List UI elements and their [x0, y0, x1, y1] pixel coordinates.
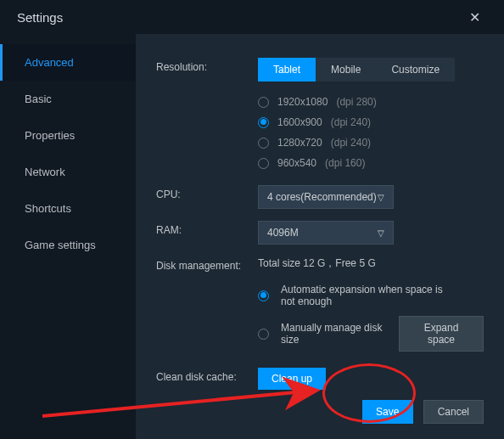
radio-icon	[258, 97, 269, 108]
resolution-options: 1920x1080(dpi 280)1600x900(dpi 240)1280x…	[258, 92, 484, 173]
resolution-dpi: (dpi 280)	[336, 96, 376, 108]
chevron-down-icon: ▽	[378, 228, 384, 238]
sidebar: AdvancedBasicPropertiesNetworkShortcutsG…	[0, 34, 136, 439]
ram-value: 4096M	[267, 227, 299, 239]
radio-icon	[258, 138, 269, 149]
resolution-value: 960x540	[277, 157, 316, 169]
radio-icon	[258, 117, 269, 128]
sidebar-item-basic[interactable]: Basic	[0, 81, 136, 117]
sidebar-item-network[interactable]: Network	[0, 154, 136, 190]
resolution-label: Resolution:	[156, 58, 258, 73]
resolution-dpi: (dpi 160)	[325, 157, 365, 169]
resolution-option[interactable]: 960x540(dpi 160)	[258, 153, 484, 173]
expand-space-button[interactable]: Expand space	[399, 316, 484, 352]
sidebar-item-advanced[interactable]: Advanced	[0, 44, 136, 81]
disk-option[interactable]: Manually manage disk sizeExpand space	[258, 312, 484, 356]
close-icon[interactable]: ✕	[462, 6, 487, 29]
resolution-tab-tablet[interactable]: Tablet	[258, 58, 316, 82]
resolution-value: 1600x900	[277, 116, 322, 128]
window-title: Settings	[17, 10, 63, 25]
resolution-option[interactable]: 1280x720(dpi 240)	[258, 132, 484, 153]
resolution-dpi: (dpi 240)	[331, 116, 371, 128]
resolution-tab-customize[interactable]: Customize	[376, 58, 455, 82]
resolution-tab-mobile[interactable]: Mobile	[316, 58, 376, 82]
resolution-option[interactable]: 1600x900(dpi 240)	[258, 112, 484, 132]
sidebar-item-properties[interactable]: Properties	[0, 117, 136, 154]
sidebar-item-shortcuts[interactable]: Shortcuts	[0, 190, 136, 227]
radio-icon	[258, 290, 269, 301]
disk-status: Total size 12 G，Free 5 G	[258, 256, 484, 271]
cancel-button[interactable]: Cancel	[423, 400, 484, 424]
cpu-select[interactable]: 4 cores(Recommended) ▽	[258, 185, 394, 209]
resolution-tabs: TabletMobileCustomize	[258, 58, 484, 82]
disk-option-label: Manually manage disk size	[281, 322, 387, 346]
resolution-value: 1920x1080	[277, 96, 328, 108]
resolution-option[interactable]: 1920x1080(dpi 280)	[258, 92, 484, 112]
clean-up-button[interactable]: Clean up	[258, 368, 326, 390]
disk-options: Automatic expansion when space is not en…	[258, 279, 484, 356]
radio-icon	[258, 329, 269, 340]
disk-option-label: Automatic expansion when space is not en…	[281, 284, 459, 307]
chevron-down-icon: ▽	[378, 193, 384, 202]
ram-select[interactable]: 4096M ▽	[258, 221, 394, 245]
footer-buttons: Save Cancel	[362, 400, 484, 424]
save-button[interactable]: Save	[362, 400, 413, 424]
radio-icon	[258, 158, 269, 169]
main-panel: Resolution: TabletMobileCustomize 1920x1…	[136, 34, 504, 439]
disk-option[interactable]: Automatic expansion when space is not en…	[258, 279, 484, 312]
sidebar-item-game-settings[interactable]: Game settings	[0, 227, 136, 263]
resolution-value: 1280x720	[277, 137, 322, 149]
resolution-dpi: (dpi 240)	[331, 137, 371, 149]
titlebar: Settings ✕	[0, 0, 504, 34]
ram-label: RAM:	[156, 221, 258, 236]
cpu-value: 4 cores(Recommended)	[267, 191, 377, 203]
disk-label: Disk management:	[156, 256, 258, 272]
clean-label: Clean disk cache:	[156, 368, 258, 383]
cpu-label: CPU:	[156, 185, 258, 200]
